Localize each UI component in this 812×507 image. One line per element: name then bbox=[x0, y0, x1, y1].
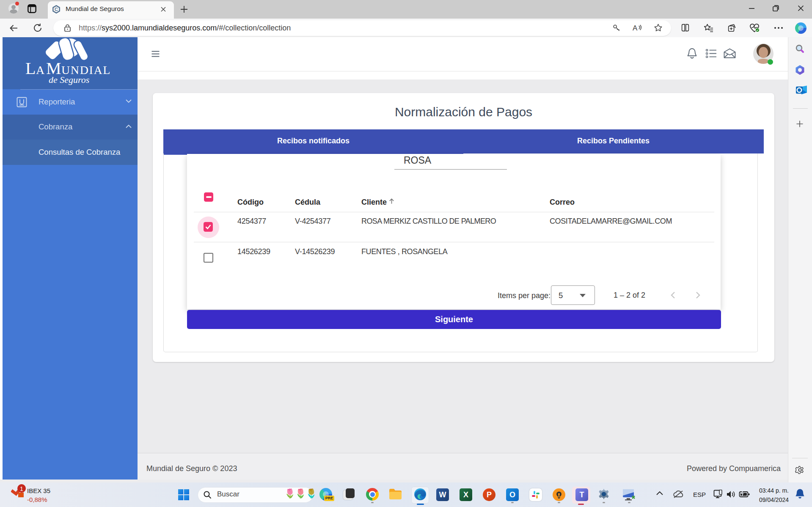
svg-text:de Seguros: de Seguros bbox=[49, 74, 89, 85]
svg-text:C: C bbox=[55, 7, 58, 12]
svg-text:A: A bbox=[633, 24, 638, 32]
